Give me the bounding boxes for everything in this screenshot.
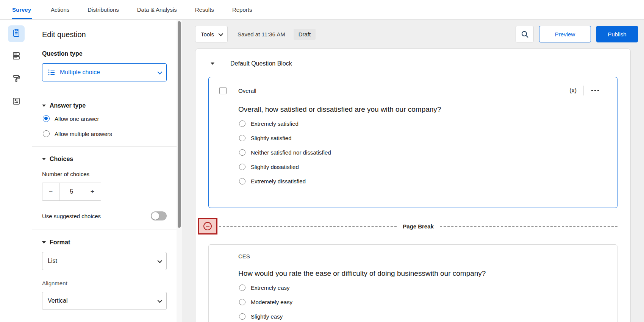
tools-dropdown-button[interactable]: Tools bbox=[195, 26, 228, 42]
choice-label: Extremely satisfied bbox=[251, 120, 299, 127]
draft-status-badge: Draft bbox=[294, 29, 316, 40]
remove-page-break-button-highlighted[interactable] bbox=[198, 218, 217, 234]
allow-one-answer-radio[interactable]: Allow one answer bbox=[43, 115, 167, 122]
choices-heading: Choices bbox=[50, 156, 73, 163]
radio-icon bbox=[239, 149, 245, 156]
blocks-icon bbox=[12, 51, 21, 62]
format-dropdown[interactable]: List bbox=[42, 252, 167, 270]
collapse-triangle-icon bbox=[42, 158, 46, 160]
page-break-dashed-line bbox=[440, 226, 617, 227]
tab-survey[interactable]: Survey bbox=[12, 0, 42, 19]
alignment-value: Vertical bbox=[48, 297, 67, 304]
radio-icon bbox=[239, 164, 245, 170]
tab-reports[interactable]: Reports bbox=[223, 0, 261, 19]
number-of-choices-stepper: − 5 + bbox=[42, 183, 101, 201]
edit-question-panel: Edit question Question type Multiple cho… bbox=[32, 20, 177, 322]
choice-label: Slightly dissatisfied bbox=[251, 164, 299, 170]
question-header-actions: (x) bbox=[563, 86, 606, 95]
qualtrics-survey-editor: Survey Actions Distributions Data & Anal… bbox=[0, 0, 644, 322]
block-title: Default Question Block bbox=[230, 60, 292, 67]
block-collapse-triangle-icon[interactable] bbox=[211, 63, 214, 65]
increase-choices-button[interactable]: + bbox=[84, 183, 101, 200]
allow-multiple-answers-radio[interactable]: Allow multiple answers bbox=[43, 130, 167, 137]
question-text[interactable]: How would you rate the ease or difficult… bbox=[238, 269, 606, 278]
paint-roller-icon bbox=[12, 74, 21, 84]
question-header: Overall (x) bbox=[219, 86, 606, 95]
section-divider bbox=[32, 146, 177, 147]
survey-builder-nav-button[interactable] bbox=[8, 25, 25, 42]
answer-type-section-toggle[interactable]: Answer type bbox=[42, 102, 167, 109]
choice-label: Slightly satisfied bbox=[251, 135, 292, 141]
chevron-down-icon bbox=[158, 258, 163, 263]
preview-button[interactable]: Preview bbox=[539, 26, 591, 42]
tab-distributions[interactable]: Distributions bbox=[78, 0, 128, 19]
survey-flow-nav-button[interactable] bbox=[8, 94, 25, 110]
choice-row[interactable]: Slightly easy bbox=[239, 313, 606, 320]
tab-data-analysis[interactable]: Data & Analysis bbox=[128, 0, 186, 19]
clipboard-icon bbox=[12, 28, 21, 39]
radio-icon bbox=[239, 178, 245, 184]
toggle-knob bbox=[152, 212, 159, 220]
multiple-choice-list-icon bbox=[48, 69, 55, 76]
number-of-choices-label: Number of choices bbox=[42, 171, 167, 177]
question-header: CES bbox=[219, 253, 606, 259]
question-text[interactable]: Overall, how satisfied or dissatisfied a… bbox=[238, 105, 606, 114]
collapse-triangle-icon bbox=[42, 105, 46, 107]
editor-toolbar: Tools Saved at 11:36 AM Draft Preview Pu… bbox=[182, 20, 644, 48]
choice-row[interactable]: Extremely easy bbox=[239, 284, 606, 291]
question-id-label: CES bbox=[238, 253, 250, 259]
alignment-dropdown[interactable]: Vertical bbox=[42, 292, 167, 310]
radio-icon bbox=[239, 120, 245, 127]
survey-canvas-area: Tools Saved at 11:36 AM Draft Preview Pu… bbox=[182, 20, 644, 322]
survey-flow-icon bbox=[12, 97, 21, 107]
page-break-dashed-line bbox=[219, 226, 397, 227]
more-options-icon[interactable] bbox=[584, 90, 606, 91]
radio-unselected-icon bbox=[43, 130, 50, 137]
toolbar-right-group: Preview Publish bbox=[516, 26, 638, 42]
panel-scrollbar-track bbox=[177, 20, 182, 322]
search-button[interactable] bbox=[516, 26, 534, 42]
choice-list: Extremely easy Moderately easy Slightly … bbox=[239, 284, 606, 320]
radio-icon bbox=[239, 284, 245, 291]
choice-label: Extremely easy bbox=[251, 284, 290, 291]
decrease-choices-button[interactable]: − bbox=[42, 183, 59, 200]
choice-label: Neither satisfied nor dissatisfied bbox=[251, 149, 331, 156]
choice-row[interactable]: Slightly dissatisfied bbox=[239, 164, 606, 170]
suggested-choices-toggle[interactable] bbox=[151, 211, 167, 220]
tab-actions[interactable]: Actions bbox=[42, 0, 78, 19]
panel-title: Edit question bbox=[42, 30, 167, 39]
tab-results[interactable]: Results bbox=[186, 0, 223, 19]
question-type-dropdown[interactable]: Multiple choice bbox=[42, 63, 167, 81]
choice-row[interactable]: Neither satisfied nor dissatisfied bbox=[239, 149, 606, 156]
section-divider bbox=[32, 230, 177, 230]
left-icon-rail bbox=[0, 20, 32, 322]
question-card-ces[interactable]: CES How would you rate the ease or diffi… bbox=[208, 244, 617, 322]
question-card-overall[interactable]: Overall (x) Overall, how satisfied or di… bbox=[208, 77, 617, 208]
choice-row[interactable]: Moderately easy bbox=[239, 299, 606, 305]
radio-icon bbox=[239, 299, 245, 305]
remove-question-button[interactable]: (x) bbox=[563, 87, 583, 94]
question-block-canvas: Default Question Block Overall (x) Overa… bbox=[195, 48, 631, 322]
choice-label: Slightly easy bbox=[251, 313, 283, 320]
publish-button[interactable]: Publish bbox=[596, 26, 638, 42]
choice-row[interactable]: Slightly satisfied bbox=[239, 135, 606, 141]
blocks-nav-button[interactable] bbox=[8, 48, 25, 65]
allow-one-answer-label: Allow one answer bbox=[55, 116, 99, 122]
alignment-label: Alignment bbox=[42, 280, 167, 286]
look-and-feel-nav-button[interactable] bbox=[8, 71, 25, 88]
tools-label: Tools bbox=[201, 31, 214, 38]
question-type-heading: Question type bbox=[42, 50, 167, 57]
choice-row[interactable]: Extremely dissatisfied bbox=[239, 178, 606, 184]
choice-row[interactable]: Extremely satisfied bbox=[239, 120, 606, 127]
chevron-down-icon bbox=[219, 31, 224, 36]
choices-section-toggle[interactable]: Choices bbox=[42, 156, 167, 163]
panel-scrollbar-thumb[interactable] bbox=[178, 21, 181, 228]
question-select-checkbox[interactable] bbox=[219, 87, 227, 94]
chevron-down-icon bbox=[158, 298, 163, 303]
use-suggested-choices-label: Use suggested choices bbox=[42, 213, 101, 219]
answer-type-heading: Answer type bbox=[50, 102, 86, 109]
format-section-toggle[interactable]: Format bbox=[42, 239, 167, 246]
section-divider bbox=[32, 93, 177, 93]
format-heading: Format bbox=[50, 239, 70, 246]
minus-circle-icon bbox=[203, 222, 212, 230]
